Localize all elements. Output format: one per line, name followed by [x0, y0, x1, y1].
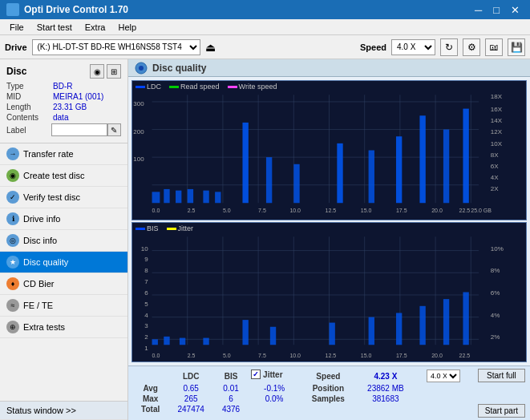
content-area: Disc quality LDC Read speed Write speed [128, 59, 530, 420]
svg-text:6X: 6X [491, 163, 499, 170]
info-button[interactable]: 🖭 [485, 38, 503, 56]
row-total-jitter [248, 404, 301, 414]
action-buttons: Start full Start part [478, 369, 525, 418]
settings-button[interactable]: ⚙ [463, 38, 480, 56]
svg-text:12X: 12X [491, 128, 503, 135]
menu-file[interactable]: File [3, 21, 30, 34]
menu-help[interactable]: Help [111, 21, 143, 34]
svg-point-1 [139, 66, 144, 71]
titlebar-controls: ─ □ ✕ [471, 5, 524, 15]
menu-start-test[interactable]: Start test [30, 21, 79, 34]
svg-rect-96 [180, 338, 185, 345]
eject-icon[interactable]: ⏏ [205, 41, 216, 54]
sidebar-item-drive-info[interactable]: ℹ Drive info [0, 208, 127, 230]
minimize-button[interactable]: ─ [471, 5, 486, 15]
svg-rect-103 [419, 306, 425, 345]
row-max-speed-label: Samples [301, 394, 355, 404]
sidebar-item-create-test-disc[interactable]: ◉ Create test disc [0, 165, 127, 187]
svg-text:12.5: 12.5 [326, 208, 337, 213]
sidebar-item-transfer-rate[interactable]: → Transfer rate [0, 143, 127, 165]
row-avg-ldc: 0.65 [168, 383, 214, 394]
svg-rect-94 [152, 339, 158, 345]
svg-text:2: 2 [144, 333, 148, 341]
label-label: Label [6, 126, 51, 135]
refresh-button[interactable]: ↻ [440, 38, 458, 56]
svg-text:17.5: 17.5 [396, 353, 407, 358]
start-part-button[interactable]: Start part [478, 404, 525, 418]
svg-rect-101 [369, 317, 374, 345]
row-max-bis: 6 [214, 394, 248, 404]
app-icon [6, 3, 19, 16]
menubar: File Start test Extra Help [0, 19, 530, 35]
disc-label-row: Label ✎ [6, 123, 121, 136]
label-input[interactable] [51, 123, 107, 136]
svg-rect-95 [164, 337, 169, 345]
disc-icon-1[interactable]: ◉ [90, 64, 104, 79]
sidebar-item-disc-quality[interactable]: ★ Disc quality [0, 252, 127, 273]
sidebar-nav: → Transfer rate ◉ Create test disc ✓ Ver… [0, 143, 127, 401]
charts-area: LDC Read speed Write speed [128, 77, 530, 365]
svg-rect-51 [419, 115, 425, 203]
svg-text:2.5: 2.5 [188, 353, 196, 358]
sidebar-item-label: Drive info [23, 214, 60, 224]
chart1-svg: 300 200 100 18X 16X 14X 12X 10X 8X 6X 4X… [132, 81, 526, 220]
row-total-ldc: 247474 [168, 404, 214, 414]
label-edit-button[interactable]: ✎ [107, 123, 121, 136]
content-header: Disc quality [128, 59, 530, 77]
chart2-legend: BIS Jitter [136, 224, 193, 232]
svg-text:18X: 18X [491, 93, 503, 100]
sidebar-item-label: Create test disc [23, 171, 84, 180]
contents-value: data [53, 113, 68, 122]
svg-text:7: 7 [144, 278, 148, 285]
svg-text:17.5: 17.5 [396, 208, 407, 213]
table-row: Avg 0.65 0.01 -0.1% Position 23862 MB [133, 383, 471, 394]
chart1-legend: LDC Read speed Write speed [136, 83, 277, 91]
svg-text:8X: 8X [491, 151, 499, 159]
speed-select-stats[interactable]: 4.0 X [427, 370, 460, 382]
sidebar-item-verify-test-disc[interactable]: ✓ Verify test disc [0, 187, 127, 208]
table-row: Max 265 6 0.0% Samples 381683 [133, 394, 471, 404]
row-avg-speed-val: 23862 MB [356, 383, 416, 394]
col-header-speed-value: 4.23 X [356, 369, 416, 383]
maximize-button[interactable]: □ [489, 5, 504, 15]
col-header-speed-select[interactable]: 4.0 X [415, 369, 471, 383]
svg-text:15.0: 15.0 [361, 208, 372, 213]
close-button[interactable]: ✕ [507, 5, 524, 15]
jitter-checkbox[interactable]: ✓ [251, 370, 261, 379]
chart2-container: BIS Jitter [131, 222, 527, 362]
sidebar-item-fe-te[interactable]: ≈ FE / TE [0, 295, 127, 317]
col-header-ldc: LDC [168, 369, 214, 383]
disc-title: Disc [6, 66, 26, 77]
legend-ldc: LDC [136, 83, 161, 91]
speed-select[interactable]: 4.0 X [391, 39, 435, 55]
col-header-bis: BIS [214, 369, 248, 383]
sidebar-item-cd-bier[interactable]: ♦ CD Bier [0, 273, 127, 295]
disc-type-row: Type BD-R [6, 82, 121, 91]
svg-text:4X: 4X [491, 174, 499, 181]
sidebar-item-extra-tests[interactable]: ⊕ Extra tests [0, 317, 127, 338]
save-button[interactable]: 💾 [508, 38, 525, 56]
row-max-speed-val: 381683 [356, 394, 416, 404]
status-window-button[interactable]: Status window >> [0, 401, 127, 420]
mid-value: MEIRA1 (001) [53, 92, 103, 101]
length-label: Length [6, 103, 53, 111]
stats-footer: LDC BIS ✓ Jitter Speed 4.23 X 4.0 X [128, 365, 530, 420]
svg-rect-53 [463, 109, 468, 204]
svg-text:10X: 10X [491, 140, 503, 147]
mid-label: MID [6, 92, 53, 101]
col-header-jitter: Jitter [263, 370, 282, 379]
legend-write: Write speed [228, 83, 277, 91]
menu-extra[interactable]: Extra [79, 21, 112, 34]
sidebar-item-disc-info[interactable]: ◎ Disc info [0, 230, 127, 252]
disc-icon-2[interactable]: ⊞ [107, 64, 121, 79]
create-test-disc-icon: ◉ [6, 169, 19, 182]
col-header-empty [133, 369, 168, 383]
disc-section: Disc ◉ ⊞ Type BD-R MID MEIRA1 (001) Leng… [0, 59, 127, 143]
sidebar-item-label: Disc quality [23, 257, 68, 267]
svg-rect-46 [266, 157, 272, 203]
start-full-button[interactable]: Start full [478, 369, 525, 382]
cd-bier-icon: ♦ [6, 277, 19, 290]
drive-select[interactable]: (K:) HL-DT-ST BD-RE WH16NS58 TST4 [32, 39, 200, 55]
stats-table: LDC BIS ✓ Jitter Speed 4.23 X 4.0 X [133, 369, 471, 418]
svg-text:8%: 8% [491, 267, 500, 274]
